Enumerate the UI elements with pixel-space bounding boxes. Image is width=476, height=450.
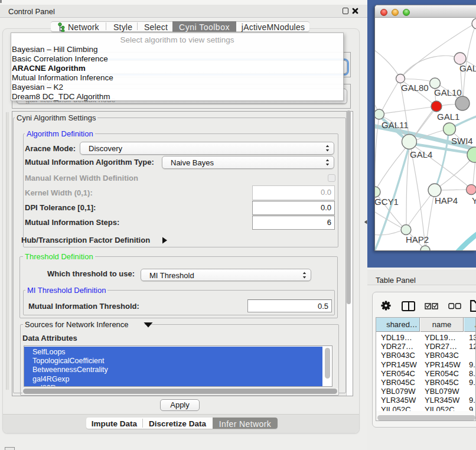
svg-text:GAL1: GAL1	[437, 112, 459, 122]
svg-text:GAL80: GAL80	[401, 83, 429, 93]
svg-text:GAL11: GAL11	[382, 120, 409, 130]
svg-text:SWI4: SWI4	[451, 136, 473, 146]
svg-text:Y: Y	[472, 195, 476, 206]
svg-text:HAP4: HAP4	[435, 195, 458, 206]
svg-text:GAL4: GAL4	[410, 149, 432, 159]
svg-text:GAL10: GAL10	[434, 87, 462, 97]
svg-text:GCY1: GCY1	[375, 197, 399, 207]
svg-text:HAP2: HAP2	[406, 234, 429, 244]
svg-text:GAL7: GAL7	[459, 63, 476, 73]
